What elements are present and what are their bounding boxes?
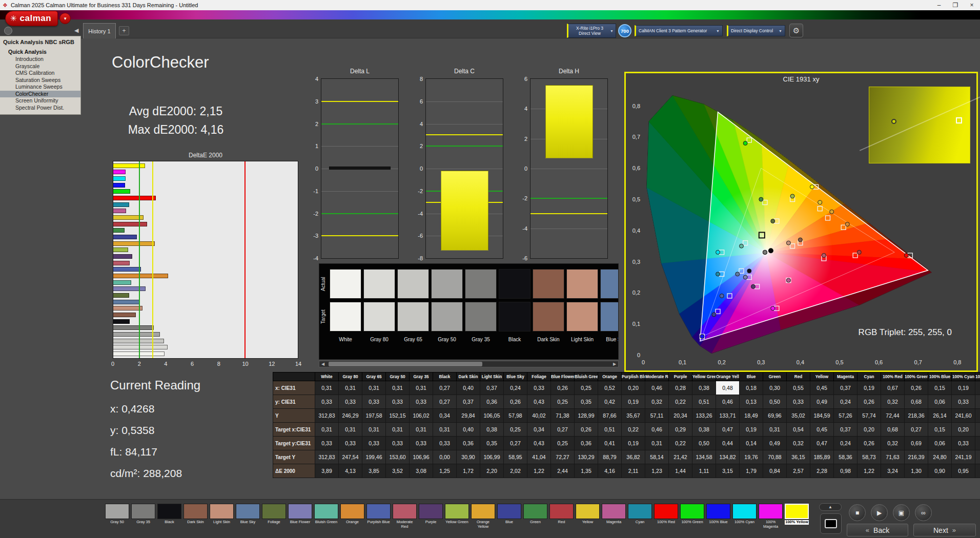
table-cell[interactable]: 0,36 bbox=[457, 437, 480, 450]
table-cell[interactable]: 0,45 bbox=[810, 381, 834, 395]
table-cell[interactable]: 0,33 bbox=[339, 395, 362, 409]
table-cell[interactable]: 0,46 bbox=[645, 381, 669, 395]
table-cell[interactable]: 36,15 bbox=[787, 450, 810, 464]
table-cell[interactable]: 0,15 bbox=[928, 423, 952, 437]
table-cell[interactable]: 0,27 bbox=[433, 395, 457, 409]
table-cell[interactable]: 0,43 bbox=[527, 395, 551, 409]
table-cell[interactable]: 0,42 bbox=[598, 395, 622, 409]
table-cell[interactable]: 0,45 bbox=[810, 423, 834, 437]
table-cell[interactable]: 0,33 bbox=[386, 395, 410, 409]
table-cell[interactable]: 0,20 bbox=[858, 423, 881, 437]
table-cell[interactable]: 69,96 bbox=[763, 409, 787, 423]
pattern-swatch-magenta[interactable]: Magenta bbox=[602, 504, 626, 525]
table-cell[interactable]: 0,27 bbox=[551, 423, 575, 437]
table-cell[interactable]: 0,26 bbox=[504, 395, 527, 409]
table-cell[interactable]: 4,16 bbox=[598, 464, 622, 478]
table-cell[interactable]: 57,11 bbox=[645, 409, 669, 423]
table-cell[interactable]: 0,46 bbox=[645, 423, 669, 437]
pattern-swatch-black[interactable]: Black bbox=[157, 504, 181, 525]
meter-status-badge[interactable]: 700 bbox=[618, 24, 631, 37]
table-cell[interactable]: 0,33 bbox=[952, 395, 975, 409]
table-cell[interactable]: 29,84 bbox=[457, 409, 480, 423]
table-cell[interactable]: 0,37 bbox=[834, 381, 858, 395]
table-cell[interactable]: 0,19 bbox=[622, 437, 645, 450]
table-cell[interactable]: 0,50 bbox=[763, 395, 787, 409]
table-cell[interactable]: 0,06 bbox=[928, 395, 952, 409]
calman-logo[interactable]: ✳ calman ▼ bbox=[5, 11, 71, 26]
table-cell[interactable]: 36,82 bbox=[622, 450, 645, 464]
table-cell[interactable]: 0,33 bbox=[362, 395, 386, 409]
table-cell[interactable]: 71,38 bbox=[551, 409, 575, 423]
table-cell[interactable]: 0,18 bbox=[740, 381, 763, 395]
table-cell[interactable]: 0,33 bbox=[362, 437, 386, 450]
table-cell[interactable]: 0,84 bbox=[763, 464, 787, 478]
table-cell[interactable]: 58,73 bbox=[858, 450, 881, 464]
sidebar-item-luminance-sweeps[interactable]: Luminance Sweeps bbox=[0, 84, 80, 91]
pattern-swatch-blue[interactable]: Blue bbox=[497, 504, 521, 525]
table-cell[interactable]: 0,33 bbox=[952, 437, 975, 450]
continuous-measure-button[interactable]: ∞ bbox=[915, 504, 932, 521]
table-cell[interactable]: 1,22 bbox=[858, 464, 881, 478]
table-cell[interactable]: 0,15 bbox=[975, 437, 980, 450]
table-cell[interactable]: 241,19 bbox=[952, 450, 975, 464]
table-cell[interactable]: 2,57 bbox=[787, 464, 810, 478]
pattern-swatch-100-blue[interactable]: 100% Blue bbox=[706, 504, 730, 525]
table-cell[interactable]: 0,49 bbox=[810, 395, 834, 409]
table-cell[interactable]: 1,44 bbox=[669, 464, 692, 478]
table-cell[interactable]: 216,39 bbox=[905, 450, 928, 464]
table-cell[interactable]: 19,76 bbox=[740, 450, 763, 464]
table-cell[interactable]: 0,20 bbox=[952, 423, 975, 437]
next-button[interactable]: Next » bbox=[913, 524, 976, 536]
table-cell[interactable]: 218,36 bbox=[905, 409, 928, 423]
table-cell[interactable]: 0,33 bbox=[787, 395, 810, 409]
pattern-swatch-gray-50[interactable]: Gray 50 bbox=[105, 504, 129, 525]
back-button[interactable]: « Back bbox=[847, 524, 908, 536]
table-cell[interactable]: 0,31 bbox=[645, 437, 669, 450]
workflow-home-button[interactable] bbox=[4, 27, 12, 35]
table-cell[interactable]: 57,98 bbox=[504, 409, 527, 423]
pattern-swatch-red[interactable]: Red bbox=[549, 504, 574, 525]
table-cell[interactable]: 3,24 bbox=[881, 464, 905, 478]
table-cell[interactable]: 3,52 bbox=[386, 464, 410, 478]
table-cell[interactable]: 72,44 bbox=[881, 409, 905, 423]
table-cell[interactable]: 26,14 bbox=[928, 409, 952, 423]
table-cell[interactable]: 0,26 bbox=[551, 381, 575, 395]
table-cell[interactable]: 0,22 bbox=[669, 395, 692, 409]
table-cell[interactable]: 0,31 bbox=[339, 381, 362, 395]
table-cell[interactable]: 0,31 bbox=[410, 423, 433, 437]
table-cell[interactable]: 94,89 bbox=[975, 409, 980, 423]
table-cell[interactable]: 152,15 bbox=[386, 409, 410, 423]
display-control-dropdown[interactable]: Direct Display Control ▼ bbox=[727, 25, 785, 36]
table-cell[interactable]: 0,49 bbox=[763, 437, 787, 450]
table-cell[interactable]: 0,38 bbox=[692, 381, 716, 395]
table-cell[interactable]: 199,46 bbox=[362, 450, 386, 464]
maximize-button[interactable]: ❐ bbox=[947, 0, 964, 10]
table-cell[interactable]: 0,51 bbox=[598, 423, 622, 437]
table-cell[interactable]: 0,34 bbox=[433, 409, 457, 423]
table-cell[interactable]: 0,00 bbox=[433, 450, 457, 464]
table-cell[interactable]: 134,58 bbox=[692, 450, 716, 464]
table-cell[interactable]: 0,32 bbox=[787, 437, 810, 450]
tab-history-1[interactable]: History 1 bbox=[83, 23, 116, 38]
table-cell[interactable]: 20,34 bbox=[669, 409, 692, 423]
table-cell[interactable]: 130,29 bbox=[575, 450, 598, 464]
sidebar-item-screen-uniformity[interactable]: Screen Uniformity bbox=[0, 97, 80, 105]
table-cell[interactable]: 0,31 bbox=[386, 381, 410, 395]
table-cell[interactable]: 153,60 bbox=[386, 450, 410, 464]
table-cell[interactable]: 0,34 bbox=[527, 423, 551, 437]
table-cell[interactable]: 133,71 bbox=[716, 409, 740, 423]
table-cell[interactable]: 0,38 bbox=[692, 423, 716, 437]
pattern-swatch-gray-35[interactable]: Gray 35 bbox=[131, 504, 155, 525]
table-cell[interactable]: 1,11 bbox=[692, 464, 716, 478]
pattern-swatch-100-cyan[interactable]: 100% Cyan bbox=[732, 504, 757, 525]
table-cell[interactable]: 312,83 bbox=[315, 450, 339, 464]
scrollbar-thumb[interactable] bbox=[329, 362, 482, 366]
table-cell[interactable]: 0,33 bbox=[433, 437, 457, 450]
table-cell[interactable]: 1,72 bbox=[457, 464, 480, 478]
table-cell[interactable]: 2,11 bbox=[622, 464, 645, 478]
table-cell[interactable]: 0,95 bbox=[952, 464, 975, 478]
pattern-swatch-moderate-red[interactable]: Moderate Red bbox=[393, 504, 417, 529]
table-cell[interactable]: 106,96 bbox=[410, 450, 433, 464]
table-cell[interactable]: 0,31 bbox=[433, 423, 457, 437]
table-cell[interactable]: 0,27 bbox=[504, 437, 527, 450]
